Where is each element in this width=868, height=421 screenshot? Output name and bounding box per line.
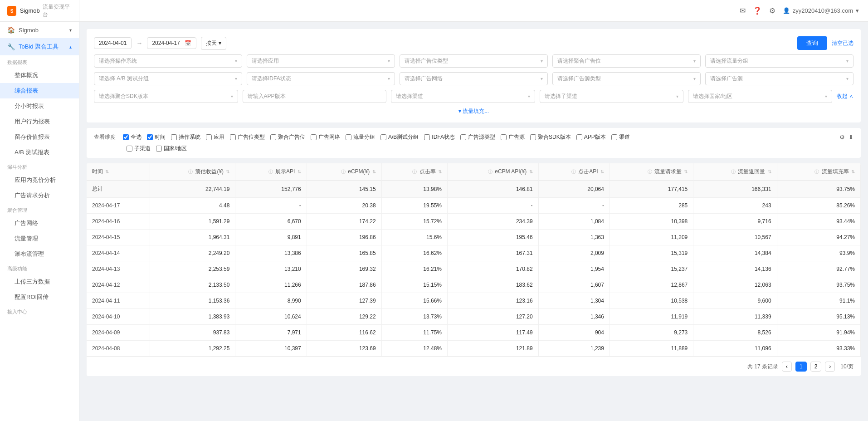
dim-traffic-group[interactable]: 流量分组 [346, 133, 375, 141]
help-traffic-return-icon[interactable]: ⓘ [731, 169, 736, 174]
col-ecpm[interactable]: ⓘ eCPM(¥) ⇅ [307, 163, 381, 181]
sidebar-item-comprehensive[interactable]: 综合报表 [0, 83, 79, 98]
col-ctr[interactable]: ⓘ 点击率 ⇅ [381, 163, 447, 181]
period-select[interactable]: 按天 ▾ [201, 37, 226, 50]
dim-time[interactable]: 时间 [147, 133, 166, 141]
dim-sub-channel-checkbox[interactable] [127, 146, 132, 152]
ad-source-type-select[interactable]: 请选择广告源类型 ▾ [552, 72, 701, 85]
dim-idfa-checkbox[interactable] [424, 134, 430, 140]
clear-button[interactable]: 清空已选 [832, 39, 853, 47]
sort-traffic-req-icon[interactable]: ⇅ [684, 169, 688, 174]
help-ecpm-api-icon[interactable]: ⓘ [488, 169, 493, 174]
help-click-api-icon[interactable]: ⓘ [571, 169, 576, 174]
sort-revenue-icon[interactable]: ⇅ [226, 169, 229, 174]
sidebar-item-sigmob[interactable]: 🏠 Sigmob ▾ [0, 22, 79, 38]
ad-source-select[interactable]: 请选择广告源 ▾ [705, 72, 853, 85]
dim-os-checkbox[interactable] [171, 134, 177, 140]
dim-aggregate-ad[interactable]: 聚合广告位 [270, 133, 305, 141]
sidebar-item-waterfall[interactable]: 瀑布流管理 [0, 246, 79, 262]
col-ecpm-api[interactable]: ⓘ eCPM API(¥) ⇅ [448, 163, 539, 181]
help-fill-rate-icon[interactable]: ⓘ [814, 169, 819, 174]
sidebar-item-ab-test[interactable]: A/B 测试报表 [0, 145, 79, 160]
app-select[interactable]: 请选择应用 ▾ [247, 54, 395, 68]
dim-ad-network[interactable]: 广告网络 [311, 133, 340, 141]
sidebar-item-config-roi[interactable]: 配置ROI回传 [0, 289, 79, 305]
dim-all[interactable]: 全选 [123, 133, 141, 141]
settings-icon[interactable]: ⚙ [769, 6, 775, 15]
col-traffic-return[interactable]: ⓘ 流量返回量 ⇅ [693, 163, 777, 181]
query-button[interactable]: 查询 [797, 36, 827, 50]
sidebar-item-retention[interactable]: 留存价值报表 [0, 129, 79, 145]
dim-sub-channel[interactable]: 子渠道 [127, 145, 151, 152]
page-1-button[interactable]: 1 [795, 362, 807, 372]
next-page-button[interactable]: › [825, 362, 835, 372]
dim-sdk-version[interactable]: 聚合SDK版本 [530, 133, 571, 141]
sort-ctr-icon[interactable]: ⇅ [438, 169, 442, 174]
dim-app-version[interactable]: APP版本 [576, 133, 606, 141]
dim-ad-source-checkbox[interactable] [501, 134, 507, 140]
dim-channel[interactable]: 渠道 [611, 133, 630, 141]
question-icon[interactable]: ❓ [753, 6, 762, 15]
sdk-version-select[interactable]: 请选择聚合SDK版本 ▾ [94, 90, 238, 103]
sidebar-item-overall[interactable]: 整体概况 [0, 68, 79, 83]
idfa-select[interactable]: 请选择IDFA状态 ▾ [247, 72, 395, 85]
channel-select[interactable]: 请选择渠道 ▾ [391, 90, 535, 103]
dim-ad-type-checkbox[interactable] [230, 134, 236, 140]
sidebar-item-ad-demand[interactable]: 广告请求分析 [0, 188, 79, 203]
help-ctr-icon[interactable]: ⓘ [412, 169, 417, 174]
dim-ab-test-checkbox[interactable] [380, 134, 386, 140]
sidebar-item-traffic-mgmt[interactable]: 流量管理 [0, 231, 79, 246]
dim-app-version-checkbox[interactable] [576, 134, 582, 140]
aggregate-ad-select[interactable]: 请选择聚合广告位 ▾ [552, 54, 701, 68]
sidebar-item-ad-network[interactable]: 广告网络 [0, 215, 79, 231]
sort-traffic-return-icon[interactable]: ⇅ [768, 169, 771, 174]
dim-ad-source-type-checkbox[interactable] [460, 134, 466, 140]
sort-fill-rate-icon[interactable]: ⇅ [851, 169, 855, 174]
date-start-picker[interactable]: 2024-04-01 [94, 37, 132, 49]
sidebar-item-tobid[interactable]: 🔧 ToBid 聚合工具 ▴ [0, 38, 79, 55]
help-traffic-req-icon[interactable]: ⓘ [648, 169, 652, 174]
sidebar-item-hourly[interactable]: 分小时报表 [0, 98, 79, 114]
col-show-api[interactable]: ⓘ 展示API ⇅ [235, 163, 307, 181]
dim-os[interactable]: 操作系统 [171, 133, 200, 141]
sort-show-icon[interactable]: ⇅ [297, 169, 301, 174]
col-click-api[interactable]: ⓘ 点击API ⇅ [538, 163, 610, 181]
help-revenue-icon[interactable]: ⓘ [188, 169, 193, 174]
col-est-revenue[interactable]: ⓘ 预估收益(¥) ⇅ [150, 163, 235, 181]
dim-ad-source-type[interactable]: 广告源类型 [460, 133, 495, 141]
os-select[interactable]: 请选择操作系统 ▾ [94, 54, 242, 68]
col-fill-rate[interactable]: ⓘ 流量填充率 ⇅ [777, 163, 860, 181]
sort-time-icon[interactable]: ⇅ [105, 169, 109, 174]
collapse-button[interactable]: 收起 ∧ [837, 93, 853, 100]
col-time[interactable]: 时间 ⇅ [87, 163, 150, 181]
dim-ad-network-checkbox[interactable] [311, 134, 317, 140]
col-traffic-req[interactable]: ⓘ 流量请求量 ⇅ [610, 163, 693, 181]
user-menu[interactable]: 👤 zyy2020410@163.com ▾ [783, 7, 859, 14]
help-ecpm-icon[interactable]: ⓘ [341, 169, 346, 174]
app-version-input[interactable]: 请输入APP版本 [243, 90, 387, 103]
dim-idfa[interactable]: IDFA状态 [424, 133, 455, 141]
dim-traffic-group-checkbox[interactable] [346, 134, 351, 140]
download-icon[interactable]: ⬇ [848, 134, 853, 141]
country-select[interactable]: 请选择国家/地区 ▾ [688, 90, 832, 103]
dim-channel-checkbox[interactable] [611, 134, 617, 140]
dim-aggregate-ad-checkbox[interactable] [270, 134, 276, 140]
help-show-icon[interactable]: ⓘ [268, 169, 273, 174]
dim-app[interactable]: 应用 [206, 133, 224, 141]
date-end-picker[interactable]: 2024-04-17 📅 [147, 37, 196, 49]
prev-page-button[interactable]: ‹ [782, 362, 792, 372]
sidebar-item-upload-third[interactable]: 上传三方数据 [0, 274, 79, 289]
sort-ecpm-icon[interactable]: ⇅ [372, 169, 376, 174]
page-2-button[interactable]: 2 [810, 362, 822, 372]
ad-type-select[interactable]: 请选择广告位类型 ▾ [400, 54, 548, 68]
sub-channel-select[interactable]: 请选择子渠道 ▾ [540, 90, 684, 103]
settings-icon[interactable]: ⚙ [839, 134, 845, 141]
dim-app-checkbox[interactable] [206, 134, 212, 140]
ab-test-select[interactable]: 请选择 A/B 测试分组 ▾ [94, 72, 242, 85]
sort-ecpm-api-icon[interactable]: ⇅ [529, 169, 533, 174]
custom-metrics-link[interactable]: ▾ 流量填充... [458, 108, 489, 115]
dim-all-checkbox[interactable] [123, 134, 129, 140]
mail-icon[interactable]: ✉ [740, 6, 746, 15]
sort-click-api-icon[interactable]: ⇅ [600, 169, 604, 174]
sidebar-item-user-behavior[interactable]: 用户行为报表 [0, 114, 79, 129]
